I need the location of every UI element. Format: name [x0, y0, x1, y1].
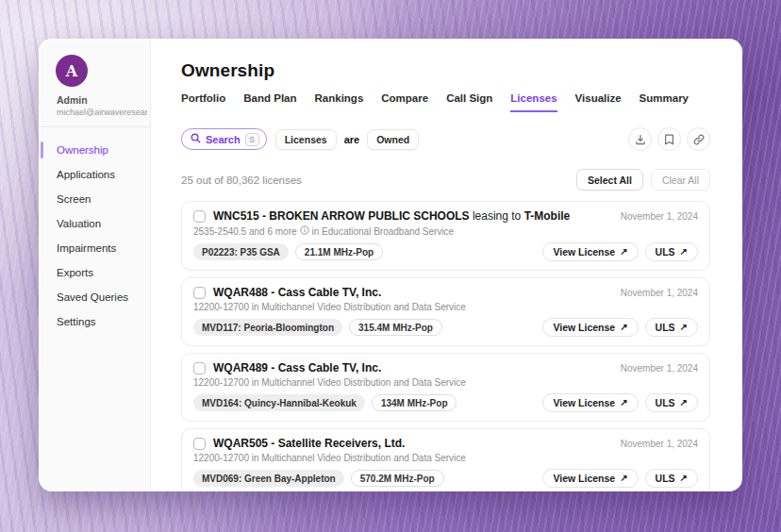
view-license-button[interactable]: View License↗ — [542, 242, 638, 261]
sidebar-nav: Ownership Applications Screen Valuation … — [41, 138, 150, 334]
license-subtitle: 12200-12700 in Multichannel Video Distri… — [193, 302, 698, 312]
shortcut-key-badge: S — [245, 133, 259, 146]
tab-licenses[interactable]: Licenses — [510, 92, 557, 112]
pop-tag: 570.2M MHz-Pop — [351, 470, 444, 487]
license-subtitle: 12200-12700 in Multichannel Video Distri… — [193, 377, 698, 388]
bookmark-icon — [664, 134, 674, 145]
checkbox[interactable] — [193, 362, 206, 374]
filter-toolbar: Search S Licenses are Owned — [181, 127, 710, 151]
checkbox[interactable] — [193, 287, 206, 299]
sidebar-item-saved-queries[interactable]: Saved Queries — [41, 285, 150, 309]
pop-tag: 315.4M MHz-Pop — [349, 319, 442, 336]
search-icon — [191, 132, 201, 146]
sidebar: A Admin michael@airwaveresearc... Owners… — [41, 41, 151, 490]
tab-call-sign[interactable]: Call Sign — [446, 92, 492, 112]
market-tag: MVD117: Peoria-Bloomington — [193, 319, 342, 336]
pop-tag: 134M MHz-Pop — [372, 394, 457, 411]
license-list: WNC515 - BROKEN ARROW PUBLIC SCHOOLS lea… — [181, 201, 710, 490]
sidebar-divider — [41, 126, 150, 127]
select-all-button[interactable]: Select All — [576, 169, 643, 191]
market-tag: MVD164: Quincy-Hannibal-Keokuk — [193, 394, 365, 411]
user-name: Admin — [57, 94, 150, 106]
search-button[interactable]: Search S — [181, 128, 267, 150]
tab-band-plan[interactable]: Band Plan — [243, 92, 296, 112]
sidebar-item-screen[interactable]: Screen — [41, 187, 150, 211]
external-link-icon: ↗ — [680, 398, 688, 407]
avatar-letter: A — [66, 62, 77, 80]
filter-value-chip[interactable]: Owned — [367, 129, 419, 150]
user-email: michael@airwaveresearc... — [57, 108, 147, 117]
license-date: November 1, 2024 — [621, 288, 698, 298]
filter-verb: are — [344, 134, 360, 145]
tab-rankings[interactable]: Rankings — [315, 92, 364, 112]
sidebar-item-valuation[interactable]: Valuation — [41, 211, 150, 236]
external-link-icon: ↗ — [620, 247, 627, 257]
license-date: November 1, 2024 — [621, 363, 698, 374]
license-card: WNC515 - BROKEN ARROW PUBLIC SCHOOLS lea… — [181, 201, 710, 271]
view-license-button[interactable]: View License↗ — [542, 318, 638, 337]
license-card: WQAR505 - Satellite Receivers, Ltd. Nove… — [181, 428, 710, 490]
info-icon[interactable] — [300, 225, 309, 237]
checkbox[interactable] — [193, 438, 206, 450]
market-tag: P02223: P35 GSA — [193, 243, 289, 260]
pop-tag: 21.1M MHz-Pop — [295, 243, 383, 260]
license-date: November 1, 2024 — [621, 439, 698, 449]
clear-all-button[interactable]: Clear All — [651, 169, 710, 191]
link-icon — [693, 134, 705, 145]
license-date: November 1, 2024 — [621, 211, 698, 222]
license-card: WQAR488 - Cass Cable TV, Inc. November 1… — [181, 277, 710, 346]
license-count: 25 out of 80,362 licenses — [181, 175, 302, 186]
search-label: Search — [206, 134, 241, 145]
view-license-button[interactable]: View License↗ — [542, 393, 638, 412]
checkbox[interactable] — [193, 210, 206, 223]
license-title: WQAR488 - Cass Cable TV, Inc. — [213, 286, 381, 299]
download-icon — [635, 134, 646, 145]
sidebar-item-impairments[interactable]: Impairments — [41, 236, 150, 260]
license-subtitle: 2535-2540.5 and 6 more in Educational Br… — [193, 225, 698, 237]
desktop-background: A Admin michael@airwaveresearc... Owners… — [0, 0, 781, 532]
license-title: WNC515 - BROKEN ARROW PUBLIC SCHOOLS lea… — [213, 209, 570, 223]
external-link-icon: ↗ — [620, 398, 627, 407]
external-link-icon: ↗ — [680, 247, 688, 257]
filter-subject-chip[interactable]: Licenses — [275, 129, 337, 150]
sidebar-item-exports[interactable]: Exports — [41, 260, 150, 285]
license-title: WQAR505 - Satellite Receivers, Ltd. — [213, 437, 405, 450]
license-title: WQAR489 - Cass Cable TV, Inc. — [213, 361, 381, 374]
sidebar-item-settings[interactable]: Settings — [41, 309, 150, 334]
external-link-icon: ↗ — [680, 323, 688, 332]
external-link-icon: ↗ — [620, 323, 627, 332]
list-header: 25 out of 80,362 licenses Select All Cle… — [181, 169, 710, 191]
external-link-icon: ↗ — [680, 474, 688, 483]
bookmark-button[interactable] — [657, 127, 681, 151]
selection-buttons: Select All Clear All — [576, 169, 710, 191]
uls-button[interactable]: ULS↗ — [645, 469, 698, 488]
avatar[interactable]: A — [56, 55, 88, 87]
tab-summary[interactable]: Summary — [640, 92, 689, 112]
download-button[interactable] — [628, 127, 652, 151]
market-tag: MVD069: Green Bay-Appleton — [193, 470, 344, 487]
uls-button[interactable]: ULS↗ — [645, 242, 698, 261]
view-license-button[interactable]: View License↗ — [542, 469, 638, 488]
uls-button[interactable]: ULS↗ — [645, 318, 698, 337]
tab-visualize[interactable]: Visualize — [575, 92, 622, 112]
tab-portfolio[interactable]: Portfolio — [181, 92, 225, 112]
sidebar-item-applications[interactable]: Applications — [41, 162, 150, 187]
license-card: WQAR489 - Cass Cable TV, Inc. November 1… — [181, 353, 710, 422]
copy-link-button[interactable] — [687, 127, 710, 151]
page-title: Ownership — [181, 60, 710, 81]
external-link-icon: ↗ — [620, 474, 627, 483]
tab-bar: Portfolio Band Plan Rankings Compare Cal… — [181, 92, 710, 112]
main-content: Ownership Portfolio Band Plan Rankings C… — [151, 41, 740, 490]
toolbar-actions — [628, 127, 710, 151]
license-subtitle: 12200-12700 in Multichannel Video Distri… — [193, 453, 698, 463]
sidebar-item-ownership[interactable]: Ownership — [41, 138, 150, 162]
uls-button[interactable]: ULS↗ — [645, 393, 698, 412]
app-window: A Admin michael@airwaveresearc... Owners… — [39, 39, 742, 491]
tab-compare[interactable]: Compare — [381, 92, 428, 112]
